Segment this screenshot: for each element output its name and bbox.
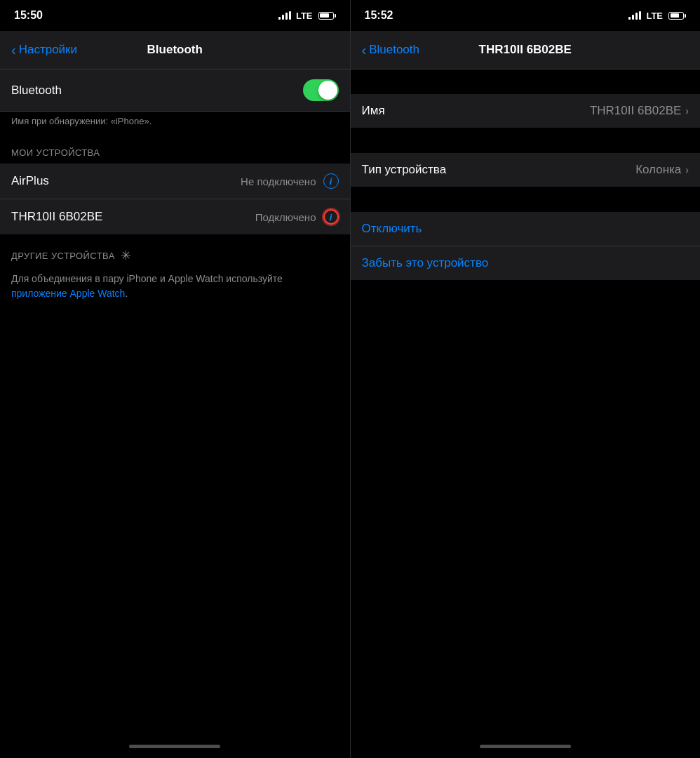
name-right: THR10II 6B02BE › — [590, 104, 689, 118]
apple-watch-prefix: Для объединения в пару iPhone и Apple Wa… — [11, 273, 283, 284]
spinner-icon: ✳ — [121, 248, 131, 263]
back-label: Настройки — [19, 43, 77, 57]
thr10-right: Подключено i — [255, 209, 339, 225]
discovery-text: Имя при обнаружении: «iPhone». — [0, 112, 350, 135]
apple-watch-text: Для объединения в пару iPhone и Apple Wa… — [0, 269, 350, 310]
name-chevron-icon: › — [685, 105, 689, 117]
airplus-right: Не подключено i — [241, 173, 338, 189]
back-to-bluetooth-button[interactable]: ‹ Bluetooth — [362, 43, 420, 57]
my-devices-group: AirPlus Не подключено i THR10II 6B02BE П… — [0, 164, 350, 234]
name-row[interactable]: Имя THR10II 6B02BE › — [351, 94, 701, 128]
left-time: 15:50 — [14, 9, 43, 22]
thr10-device-row[interactable]: THR10II 6B02BE Подключено i — [0, 199, 350, 234]
bluetooth-label: Bluetooth — [11, 84, 62, 98]
back-to-settings-button[interactable]: ‹ Настройки — [11, 43, 77, 57]
actions-spacer — [351, 187, 701, 212]
name-group: Имя THR10II 6B02BE › — [351, 94, 701, 128]
disconnect-label: Отключить — [362, 222, 422, 236]
right-time: 15:52 — [365, 9, 393, 22]
apple-watch-link[interactable]: приложение Apple Watch — [11, 288, 125, 299]
thr10-status: Подключено — [255, 211, 316, 223]
apple-watch-suffix: . — [125, 288, 128, 299]
left-nav-title: Bluetooth — [147, 43, 203, 57]
airplus-device-row[interactable]: AirPlus Не подключено i — [0, 164, 350, 199]
forget-device-label: Забыть это устройство — [362, 256, 489, 270]
home-bar — [129, 745, 220, 748]
toggle-thumb — [318, 81, 337, 100]
right-status-bar: 15:52 LTE — [351, 0, 701, 31]
battery-icon — [318, 12, 336, 20]
right-back-label: Bluetooth — [369, 43, 419, 57]
other-devices-header: ДРУГИЕ УСТРОЙСТВА ✳ — [0, 235, 350, 269]
back-chevron-icon: ‹ — [11, 43, 16, 57]
right-back-chevron-icon: ‹ — [362, 43, 367, 57]
left-nav-bar: ‹ Настройки Bluetooth — [0, 31, 350, 69]
device-type-value: Колонка — [635, 163, 681, 177]
bluetooth-toggle[interactable] — [303, 79, 339, 101]
actions-group: Отключить Забыть это устройство — [351, 212, 701, 280]
right-content: Имя THR10II 6B02BE › Тип устройства Коло… — [351, 69, 701, 734]
device-type-group: Тип устройства Колонка › — [351, 153, 701, 187]
left-phone-panel: 15:50 LTE ‹ Настройки Bluetooth — [0, 0, 350, 758]
left-status-icons: LTE — [278, 11, 336, 21]
top-spacer — [351, 69, 701, 94]
airplus-name: AirPlus — [11, 174, 49, 188]
lte-label: LTE — [296, 11, 313, 21]
right-phone-panel: 15:52 LTE ‹ Bluetooth THR10II 6B02BE — [351, 0, 701, 758]
left-home-indicator — [0, 734, 350, 758]
mid-spacer — [351, 128, 701, 153]
airplus-info-button[interactable]: i — [323, 173, 339, 189]
right-status-icons: LTE — [628, 11, 686, 21]
right-signal-bars-icon — [628, 11, 641, 20]
left-status-bar: 15:50 LTE — [0, 0, 350, 31]
signal-bars-icon — [278, 11, 291, 20]
other-devices-label: ДРУГИЕ УСТРОЙСТВА — [11, 251, 115, 261]
airplus-status: Не подключено — [241, 175, 316, 187]
name-label: Имя — [362, 104, 385, 118]
right-battery-icon — [668, 12, 686, 20]
disconnect-row[interactable]: Отключить — [351, 212, 701, 246]
bluetooth-toggle-row: Bluetooth — [0, 69, 350, 111]
my-devices-header: МОИ УСТРОЙСТВА — [0, 135, 350, 164]
device-type-right: Колонка › — [635, 163, 689, 177]
thr10-name: THR10II 6B02BE — [11, 210, 102, 224]
right-nav-title: THR10II 6B02BE — [479, 43, 572, 57]
right-nav-bar: ‹ Bluetooth THR10II 6B02BE — [351, 31, 701, 69]
right-home-indicator — [351, 734, 701, 758]
device-type-row[interactable]: Тип устройства Колонка › — [351, 153, 701, 187]
device-type-chevron-icon: › — [685, 164, 689, 175]
thr10-info-button[interactable]: i — [323, 209, 339, 225]
device-type-label: Тип устройства — [362, 163, 447, 177]
right-home-bar — [480, 745, 571, 748]
forget-device-row[interactable]: Забыть это устройство — [351, 246, 701, 280]
name-value: THR10II 6B02BE — [590, 104, 681, 118]
left-content: Bluetooth Имя при обнаружении: «iPhone».… — [0, 69, 350, 734]
right-lte-label: LTE — [646, 11, 663, 21]
